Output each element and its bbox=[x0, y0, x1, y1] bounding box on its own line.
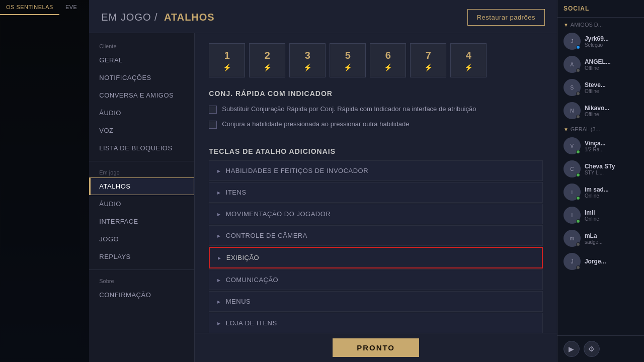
status-dot-angel bbox=[576, 68, 580, 72]
friend-name-angel: ANGEL... bbox=[585, 58, 611, 65]
sidebar-item-notificacoes[interactable]: NOTIFICAÇÕES bbox=[89, 69, 194, 86]
sidebar-item-audio[interactable]: ÁUDIO bbox=[89, 104, 194, 122]
conj-section-title: CONJ. RÁPIDA COM INDICADOR bbox=[209, 89, 543, 98]
checkbox-row-1: Substituir Conjuração Rápida por Conj. R… bbox=[209, 105, 543, 114]
friend-name-steve: Steve... bbox=[585, 81, 606, 88]
avatar-jyrk: J bbox=[564, 33, 581, 50]
section-divider bbox=[209, 138, 543, 138]
friend-item-vinca[interactable]: V Vinça... 1/2 Ra... bbox=[557, 134, 644, 157]
friend-name-vinca: Vinça... bbox=[585, 140, 606, 147]
chevron-right-icon-3: ▸ bbox=[217, 211, 221, 218]
status-dot-steve bbox=[576, 92, 580, 96]
sidebar-item-geral[interactable]: GERAL bbox=[89, 51, 194, 69]
status-dot-imsad bbox=[576, 196, 580, 200]
friend-item-nikavo[interactable]: N Nikavo... Offline bbox=[557, 99, 644, 122]
sidebar-item-interface[interactable]: INTERFACE bbox=[89, 213, 194, 230]
checkbox-label-1: Substituir Conjuração Rápida por Conj. R… bbox=[222, 105, 476, 114]
shortcut-comunicacao[interactable]: ▸ COMUNICAÇÃO bbox=[209, 269, 543, 290]
friend-item-mla[interactable]: m mLa sadge... bbox=[557, 227, 644, 250]
slot-6[interactable]: 6 ⚡ bbox=[370, 43, 406, 77]
sidebar-item-lista[interactable]: LISTA DE BLOQUEIOS bbox=[89, 139, 194, 157]
friend-item-imli[interactable]: I Imli Online bbox=[557, 204, 644, 227]
settings-button[interactable]: ⚙ bbox=[584, 341, 600, 357]
slot-5[interactable]: 5 ⚡ bbox=[330, 43, 366, 77]
friend-name-mla: mLa bbox=[585, 232, 603, 239]
friend-item-jyrk[interactable]: J Jyrk69... Seleção bbox=[557, 30, 644, 53]
friend-status-imsad: Online bbox=[585, 193, 609, 199]
tab-eve[interactable]: EVE bbox=[59, 0, 84, 15]
avatar-steve: S bbox=[564, 79, 581, 96]
avatar-imli: I bbox=[564, 207, 581, 224]
checkbox-label-2: Conjura a habilidade pressionada ao pres… bbox=[222, 120, 409, 129]
bolt-icon-1: ⚡ bbox=[223, 63, 231, 71]
status-dot-imli bbox=[576, 219, 580, 223]
friend-item-steve[interactable]: S Steve... Offline bbox=[557, 76, 644, 99]
bolt-icon-2: ⚡ bbox=[263, 63, 272, 71]
slot-1[interactable]: 1 ⚡ bbox=[209, 43, 245, 77]
avatar-jorge: J bbox=[564, 253, 581, 270]
play-button[interactable]: ▶ bbox=[564, 341, 580, 357]
checkbox-2[interactable] bbox=[209, 121, 217, 129]
sidebar-item-voz[interactable]: VOZ bbox=[89, 122, 194, 139]
bolt-icon-4: ⚡ bbox=[464, 63, 473, 71]
nav-divider-2 bbox=[89, 269, 194, 270]
avatar-mla: m bbox=[564, 230, 581, 247]
status-dot-mla bbox=[576, 242, 580, 246]
friend-status-vinca: 1/2 Ra... bbox=[585, 147, 606, 152]
pronto-button[interactable]: PRONTO bbox=[333, 338, 419, 357]
friend-item-cheva[interactable]: C Cheva STy STY Li... bbox=[557, 157, 644, 180]
social-bottom-controls: ▶ ⚙ bbox=[557, 335, 644, 362]
shortcut-itens[interactable]: ▸ ITENS bbox=[209, 182, 543, 203]
checkbox-1[interactable] bbox=[209, 106, 217, 114]
slots-row: 1 ⚡ 2 ⚡ 3 ⚡ 5 ⚡ bbox=[209, 43, 543, 77]
social-panel: SOCIAL ▼ AMIGOS D... J Jyrk69... Seleção… bbox=[557, 0, 644, 362]
sidebar-item-conversa[interactable]: CONVERSA E AMIGOS bbox=[89, 86, 194, 104]
sidebar-item-audio2[interactable]: ÁUDIO bbox=[89, 195, 194, 213]
friend-item-jorge[interactable]: J Jorge... bbox=[557, 250, 644, 273]
shortcuts-section-title: TECLAS DE ATALHO ADICIONAIS bbox=[209, 147, 543, 155]
slot-4[interactable]: 4 ⚡ bbox=[450, 43, 487, 77]
friend-name-jyrk: Jyrk69... bbox=[585, 35, 609, 42]
restore-defaults-button[interactable]: Restaurar padrões bbox=[467, 9, 545, 26]
friend-item-imsad[interactable]: i im sad... Online bbox=[557, 180, 644, 204]
sidebar-item-jogo[interactable]: JOGO bbox=[89, 230, 194, 248]
status-dot-vinca bbox=[576, 150, 580, 154]
sidebar-item-replays[interactable]: REPLAYS bbox=[89, 248, 194, 265]
avatar-cheva: C bbox=[564, 160, 581, 177]
social-header: SOCIAL bbox=[557, 0, 644, 18]
slot-7[interactable]: 7 ⚡ bbox=[410, 43, 446, 77]
bottom-bar: PRONTO bbox=[195, 333, 557, 362]
sidebar-nav: Cliente GERAL NOTIFICAÇÕES CONVERSA E AM… bbox=[89, 33, 195, 362]
tab-os-sentinelas[interactable]: OS SENTINELAS bbox=[0, 0, 59, 15]
status-dot-cheva bbox=[576, 173, 580, 177]
chevron-right-icon-5: ▸ bbox=[218, 254, 221, 261]
geral-section-label: ▼ GERAL (3... bbox=[557, 122, 644, 134]
chevron-right-icon-6: ▸ bbox=[217, 277, 221, 284]
chevron-right-icon-7: ▸ bbox=[217, 298, 221, 305]
avatar-imsad: i bbox=[564, 184, 581, 201]
avatar-angel: A bbox=[564, 56, 581, 73]
shortcut-habilidades[interactable]: ▸ HABILIDADES E FEITIÇOS DE INVOCADOR bbox=[209, 160, 543, 181]
avatar-vinca: V bbox=[564, 137, 581, 154]
sidebar-item-confirmacao[interactable]: CONFIRMAÇÃO bbox=[89, 286, 194, 304]
sidebar-item-atalhos[interactable]: ATALHOS bbox=[89, 177, 194, 195]
friend-item-angel[interactable]: A ANGEL... Offline bbox=[557, 53, 644, 76]
friend-name-cheva: Cheva STy bbox=[585, 163, 615, 170]
slot-3[interactable]: 3 ⚡ bbox=[289, 43, 326, 77]
friend-status-imli: Online bbox=[585, 216, 599, 222]
chevron-right-icon-2: ▸ bbox=[217, 189, 221, 196]
shortcut-controle[interactable]: ▸ CONTROLE DE CÂMERA bbox=[209, 225, 543, 246]
shortcut-loja[interactable]: ▸ LOJA DE ITENS bbox=[209, 313, 543, 333]
friend-name-imli: Imli bbox=[585, 209, 599, 216]
settings-container: EM JOGO / ATALHOS Restaurar padrões Clie… bbox=[89, 0, 557, 362]
shortcut-movimentacao[interactable]: ▸ MOVIMENTAÇÃO DO JOGADOR bbox=[209, 204, 543, 224]
slot-2[interactable]: 2 ⚡ bbox=[249, 43, 285, 77]
page-title: EM JOGO / ATALHOS bbox=[101, 12, 214, 23]
shortcut-exibicao[interactable]: ▸ EXIBIÇÃO bbox=[209, 247, 543, 268]
shortcut-menus[interactable]: ▸ MENUS bbox=[209, 291, 543, 312]
friend-status-jyrk: Seleção bbox=[585, 42, 609, 48]
bolt-icon-5: ⚡ bbox=[344, 63, 352, 71]
friend-status-angel: Offline bbox=[585, 65, 611, 71]
bolt-icon-6: ⚡ bbox=[384, 63, 392, 71]
bolt-icon-3: ⚡ bbox=[303, 63, 312, 71]
